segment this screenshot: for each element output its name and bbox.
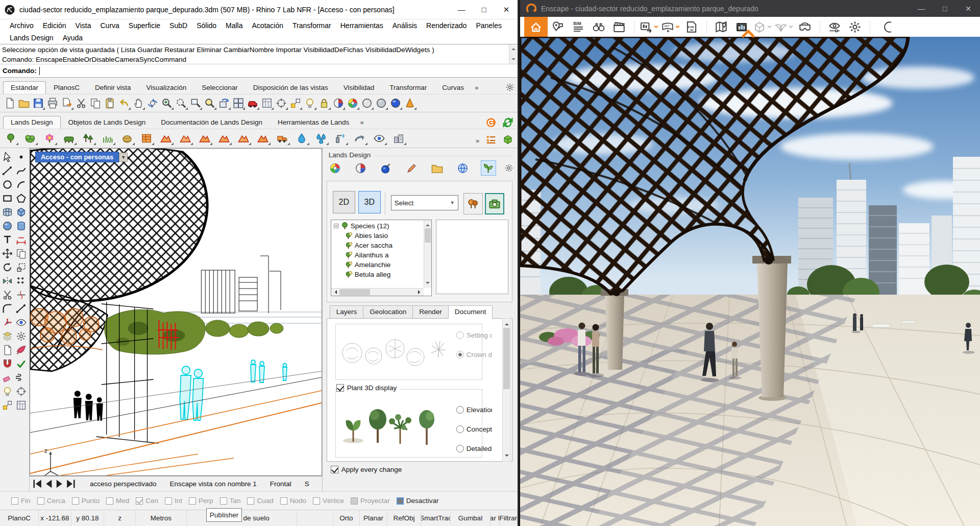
osnap-toggle[interactable]: Punto xyxy=(72,497,100,505)
menu-item[interactable]: Análisis xyxy=(388,21,422,30)
menu-item[interactable]: Ayuda xyxy=(58,34,87,42)
viewport-layout-button[interactable] xyxy=(232,97,245,110)
species-item[interactable]: Betula alleg xyxy=(331,270,424,279)
menu-item[interactable]: Edición xyxy=(38,21,71,30)
panel-tab[interactable]: Layers xyxy=(330,305,364,319)
chevron-down-icon[interactable] xyxy=(675,24,680,30)
osnap-toggle[interactable]: Int xyxy=(165,497,182,505)
species-horizontal-scrollbar[interactable] xyxy=(331,288,424,296)
status-cell[interactable]: Orto xyxy=(333,510,360,526)
document-scrollbar[interactable] xyxy=(502,318,511,462)
named-views-button[interactable] xyxy=(246,97,259,110)
menu-item[interactable]: Acotación xyxy=(248,21,288,30)
status-cell[interactable]: Plano de suelo xyxy=(187,510,297,526)
toolbar-tab[interactable]: Estándar xyxy=(3,81,46,94)
scroll-up-icon[interactable] xyxy=(426,222,430,226)
minimize-button[interactable]: — xyxy=(910,0,933,17)
layers-button[interactable] xyxy=(1,329,14,343)
lands-toolbar-overflow[interactable]: » xyxy=(476,137,479,147)
scale-button[interactable] xyxy=(15,260,28,274)
arc-button[interactable] xyxy=(15,178,28,191)
species-vertical-scrollbar[interactable] xyxy=(424,220,431,288)
radio-detailed[interactable]: Detailed xyxy=(456,445,492,452)
zoom-dynamic-button[interactable] xyxy=(160,97,174,110)
text-button[interactable] xyxy=(1,233,14,246)
box-button[interactable] xyxy=(15,205,28,219)
radio-setting[interactable]: Setting c xyxy=(456,331,492,339)
menu-item[interactable]: Herramientas xyxy=(336,21,388,30)
osnap-toggle[interactable]: Med xyxy=(106,497,129,505)
plant-pair-button[interactable] xyxy=(463,193,483,214)
terrain-path-button[interactable] xyxy=(216,132,232,145)
surface-button[interactable] xyxy=(1,205,14,219)
osnap-toggle[interactable]: Perp xyxy=(189,497,213,505)
species-item[interactable]: Abies lasio xyxy=(331,231,424,241)
display-rendered-button[interactable] xyxy=(389,97,402,110)
display-ghosted-button[interactable] xyxy=(375,97,388,110)
osnap-toggle[interactable]: Tan xyxy=(220,497,241,505)
status-cell[interactable]: Metros xyxy=(136,510,187,526)
visual-settings-button[interactable] xyxy=(824,17,845,37)
viewport-title[interactable]: Acceso - con personas xyxy=(35,152,119,162)
print-button[interactable] xyxy=(46,97,59,110)
display-wireframe-button[interactable] xyxy=(360,97,374,110)
irrigation-drop-button[interactable] xyxy=(294,132,309,145)
panel-tab[interactable]: Geolocation xyxy=(363,305,413,319)
gumball-button[interactable] xyxy=(1,316,14,329)
panel-tab[interactable]: Render xyxy=(412,305,448,319)
scrollbar-thumb[interactable] xyxy=(425,228,431,243)
toolbar-tab[interactable]: Transformar xyxy=(382,81,434,94)
cylinder-button[interactable] xyxy=(15,219,28,232)
rectangle-button[interactable] xyxy=(1,192,14,205)
paste-button[interactable] xyxy=(103,97,116,110)
species-select-dropdown[interactable]: Select ▼ xyxy=(391,195,458,210)
scroll-up-icon[interactable] xyxy=(505,321,509,325)
gumball-widget-button[interactable] xyxy=(289,97,302,110)
panel-web-tab[interactable] xyxy=(455,160,471,176)
widget-button[interactable] xyxy=(1,398,14,412)
command-input[interactable]: Comando: xyxy=(0,64,518,78)
dimension-button[interactable] xyxy=(15,233,28,246)
menu-item[interactable]: Curva xyxy=(95,21,124,30)
view-tab[interactable]: S xyxy=(305,480,309,488)
first-view-button[interactable] xyxy=(32,479,43,489)
scroll-up-icon[interactable] xyxy=(511,46,516,50)
menu-item[interactable]: Paneles xyxy=(471,21,506,30)
check-button[interactable] xyxy=(15,357,28,370)
panel-tab[interactable]: Document xyxy=(448,305,493,319)
osnap-toggle[interactable]: Cuad xyxy=(247,497,273,505)
bulb-button[interactable] xyxy=(1,385,14,398)
view-management-button[interactable] xyxy=(589,17,609,37)
status-cell[interactable]: z xyxy=(104,510,136,526)
plant-photo-button[interactable] xyxy=(485,193,504,214)
mode-2d-button[interactable]: 2D xyxy=(333,191,355,213)
zone-eye-button[interactable] xyxy=(372,132,387,145)
lands-tab[interactable]: Documentación de Lands Design xyxy=(153,116,270,129)
radio-concept[interactable]: Concept xyxy=(456,425,492,433)
cut-button[interactable] xyxy=(75,97,88,110)
forest-button[interactable] xyxy=(81,132,96,145)
panel-colorwheel-tab[interactable] xyxy=(328,160,343,176)
scrollbar-thumb[interactable] xyxy=(339,289,370,295)
vr-button[interactable] xyxy=(795,17,815,37)
copy-button[interactable] xyxy=(89,97,102,110)
chevron-down-icon[interactable] xyxy=(653,24,659,30)
view-tab[interactable]: Frontal xyxy=(270,480,291,488)
menu-item[interactable]: Superficie xyxy=(124,21,165,30)
viewport-title-menu-icon[interactable]: ▼ xyxy=(119,153,128,162)
view-tab[interactable]: Enscape vista con nombre 1 xyxy=(169,480,256,488)
undo-view-button[interactable] xyxy=(217,97,231,110)
menu-item[interactable]: Archivo xyxy=(5,21,38,30)
export-button[interactable] xyxy=(60,97,74,110)
prev-view-button[interactable] xyxy=(43,479,54,489)
terrain-division-button[interactable] xyxy=(255,132,271,145)
status-cell[interactable]: RefObj xyxy=(387,510,421,526)
osnap-toggle[interactable]: Nodo xyxy=(280,497,306,505)
osnap-toggle[interactable]: Vértice xyxy=(313,497,344,505)
sprinkler-button[interactable] xyxy=(333,132,348,145)
collapse-toolbar-icon[interactable] xyxy=(741,28,756,40)
plant-3d-display-checkbox[interactable]: Plant 3D display xyxy=(336,384,400,392)
hedge-button[interactable] xyxy=(61,132,77,145)
array-button[interactable] xyxy=(15,274,28,288)
urban-furniture-button[interactable] xyxy=(391,132,406,145)
